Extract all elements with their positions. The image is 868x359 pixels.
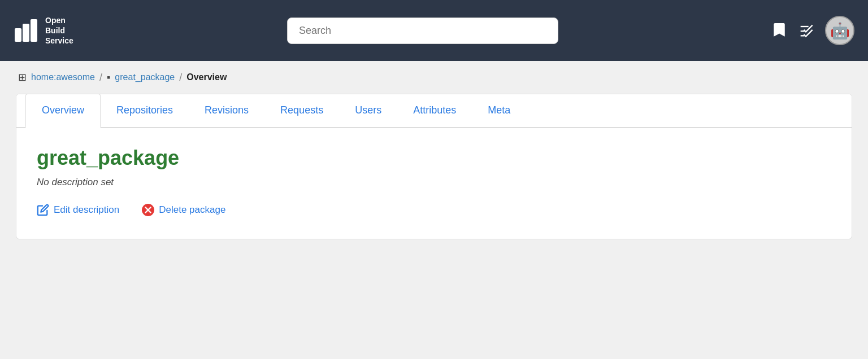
tab-revisions[interactable]: Revisions <box>189 94 264 128</box>
search-wrapper <box>85 17 761 44</box>
delete-icon <box>142 204 154 216</box>
breadcrumb-package-label: great_package <box>115 72 175 82</box>
project-icon: ⊞ <box>18 71 27 84</box>
navbar: Open Build Service 🤖 <box>0 0 868 61</box>
svg-rect-0 <box>15 28 21 42</box>
tasks-icon <box>798 23 814 38</box>
nav-icons: 🤖 <box>772 16 854 45</box>
breadcrumb-package-link[interactable]: great_package <box>115 72 175 82</box>
package-content: great_package No description set Edit de… <box>16 128 852 239</box>
package-icon: ▪ <box>107 72 110 84</box>
bookmark-button[interactable] <box>772 21 787 40</box>
breadcrumb-sep-1: / <box>99 72 102 84</box>
avatar-robot-icon: 🤖 <box>830 21 850 40</box>
edit-icon <box>37 204 49 216</box>
search-input[interactable] <box>287 17 558 44</box>
bookmark-icon <box>772 21 787 40</box>
user-avatar[interactable]: 🤖 <box>825 16 854 45</box>
main-content: Overview Repositories Revisions Requests… <box>0 94 868 255</box>
tab-repositories[interactable]: Repositories <box>101 94 189 128</box>
tab-requests[interactable]: Requests <box>264 94 339 128</box>
breadcrumb: ⊞ home:awesome / ▪ great_package / Overv… <box>0 61 868 94</box>
breadcrumb-project-link[interactable]: home:awesome <box>31 72 95 82</box>
svg-rect-2 <box>31 19 37 42</box>
package-actions: Edit description Delete package <box>37 204 831 216</box>
edit-description-label: Edit description <box>54 204 119 216</box>
tasks-button[interactable] <box>798 23 814 38</box>
breadcrumb-project-label: home:awesome <box>31 72 95 82</box>
brand-link[interactable]: Open Build Service <box>14 15 73 46</box>
tab-overview[interactable]: Overview <box>25 94 101 128</box>
breadcrumb-current: Overview <box>186 72 227 82</box>
svg-rect-1 <box>23 24 29 42</box>
tabs-bar: Overview Repositories Revisions Requests… <box>16 94 852 128</box>
package-description: No description set <box>37 177 831 188</box>
package-title: great_package <box>37 146 831 170</box>
edit-description-link[interactable]: Edit description <box>37 204 119 216</box>
breadcrumb-sep-2: / <box>179 72 182 84</box>
delete-package-link[interactable]: Delete package <box>142 204 225 216</box>
main-card: Overview Repositories Revisions Requests… <box>16 94 852 239</box>
delete-package-label: Delete package <box>159 204 225 216</box>
tab-meta[interactable]: Meta <box>472 94 526 128</box>
tab-users[interactable]: Users <box>339 94 397 128</box>
brand-name: Open Build Service <box>45 15 73 46</box>
tab-attributes[interactable]: Attributes <box>397 94 472 128</box>
brand-logo-icon <box>14 18 38 43</box>
